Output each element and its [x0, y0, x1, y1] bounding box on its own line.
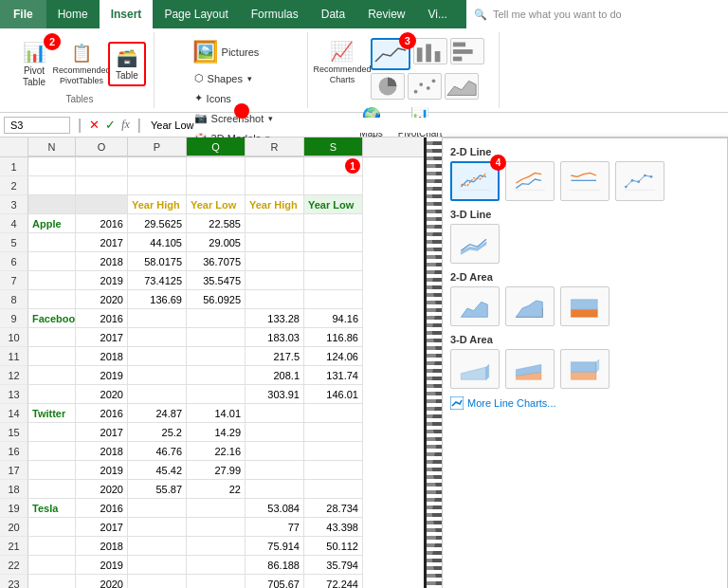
- tab-page-layout[interactable]: Page Layout: [153, 0, 239, 28]
- cell-n12[interactable]: [28, 366, 76, 385]
- pivot-table-button[interactable]: 📊 PivotTable 2: [13, 37, 55, 92]
- cell-n4[interactable]: Apple: [28, 214, 76, 233]
- tab-formulas[interactable]: Formulas: [240, 0, 310, 28]
- cell-o4[interactable]: 2016: [76, 214, 128, 233]
- cell-o17[interactable]: 2019: [76, 461, 128, 480]
- row-num-1[interactable]: 1: [0, 157, 28, 176]
- cell-s8[interactable]: [304, 290, 363, 309]
- cell-n22[interactable]: [28, 556, 76, 575]
- cell-q23[interactable]: [187, 575, 246, 588]
- cell-p15[interactable]: 25.2: [128, 423, 187, 442]
- cell-r13[interactable]: 303.91: [246, 385, 304, 404]
- cell-o2[interactable]: [76, 176, 128, 195]
- cell-o6[interactable]: 2018: [76, 252, 128, 271]
- chart-option-area[interactable]: [450, 286, 500, 326]
- cell-r6[interactable]: [246, 252, 304, 271]
- row-num-14[interactable]: 14: [0, 404, 28, 423]
- cell-p9[interactable]: [128, 309, 187, 328]
- cancel-formula-icon[interactable]: ✕: [89, 118, 100, 132]
- row-num-8[interactable]: 8: [0, 290, 28, 309]
- cell-s20[interactable]: 43.398: [304, 518, 363, 537]
- cell-q15[interactable]: 14.29: [187, 423, 246, 442]
- cell-r22[interactable]: 86.188: [246, 556, 304, 575]
- cell-o15[interactable]: 2017: [76, 423, 128, 442]
- icons-button[interactable]: ✦ Icons: [189, 89, 280, 107]
- row-num-21[interactable]: 21: [0, 537, 28, 556]
- cell-s17[interactable]: [304, 461, 363, 480]
- cell-r17[interactable]: [246, 461, 304, 480]
- cell-o12[interactable]: 2019: [76, 366, 128, 385]
- chart-option-stacked-line[interactable]: [505, 161, 555, 201]
- cell-n6[interactable]: [28, 252, 76, 271]
- tell-me-box[interactable]: 🔍 Tell me what you want to do: [466, 0, 728, 28]
- cell-q18[interactable]: 22: [187, 480, 246, 499]
- row-num-10[interactable]: 10: [0, 328, 28, 347]
- shapes-button[interactable]: ⬡ Shapes ▾: [189, 69, 280, 87]
- row-num-17[interactable]: 17: [0, 461, 28, 480]
- row-num-23[interactable]: 23: [0, 575, 28, 588]
- cell-reference-input[interactable]: [4, 117, 70, 134]
- cell-p18[interactable]: 55.87: [128, 480, 187, 499]
- chart-option-stacked-area-3d[interactable]: [505, 349, 555, 389]
- row-num-20[interactable]: 20: [0, 518, 28, 537]
- cell-p20[interactable]: [128, 518, 187, 537]
- cell-p16[interactable]: 46.76: [128, 442, 187, 461]
- cell-s23[interactable]: 72.244: [304, 575, 363, 588]
- cell-r12[interactable]: 208.1: [246, 366, 304, 385]
- row-num-3[interactable]: 3: [0, 195, 28, 214]
- cell-s9[interactable]: 94.16: [304, 309, 363, 328]
- cell-n21[interactable]: [28, 537, 76, 556]
- row-num-7[interactable]: 7: [0, 271, 28, 290]
- cell-s16[interactable]: [304, 442, 363, 461]
- scatter-chart-button[interactable]: [408, 73, 442, 100]
- cell-s18[interactable]: [304, 480, 363, 499]
- cell-q4[interactable]: 22.585: [187, 214, 246, 233]
- cell-q13[interactable]: [187, 385, 246, 404]
- row-num-22[interactable]: 22: [0, 556, 28, 575]
- row-num-2[interactable]: 2: [0, 176, 28, 195]
- cell-p2[interactable]: [128, 176, 187, 195]
- cell-n1[interactable]: [28, 157, 76, 176]
- cell-s7[interactable]: [304, 271, 363, 290]
- cell-r20[interactable]: 77: [246, 518, 304, 537]
- cell-r3[interactable]: Year High: [246, 195, 304, 214]
- cell-r9[interactable]: 133.28: [246, 309, 304, 328]
- cell-q19[interactable]: [187, 499, 246, 518]
- cell-q8[interactable]: 56.0925: [187, 290, 246, 309]
- tab-data[interactable]: Data: [310, 0, 356, 28]
- cell-o16[interactable]: 2018: [76, 442, 128, 461]
- cell-r11[interactable]: 217.5: [246, 347, 304, 366]
- row-num-19[interactable]: 19: [0, 499, 28, 518]
- more-line-charts-link[interactable]: More Line Charts...: [450, 396, 719, 410]
- chart-option-100pct-area[interactable]: [560, 286, 610, 326]
- row-num-11[interactable]: 11: [0, 347, 28, 366]
- cell-n5[interactable]: [28, 233, 76, 252]
- tab-insert[interactable]: Insert: [100, 0, 154, 28]
- cell-p21[interactable]: [128, 537, 187, 556]
- cell-p1[interactable]: [128, 157, 187, 176]
- cell-r10[interactable]: 183.03: [246, 328, 304, 347]
- cell-r14[interactable]: [246, 404, 304, 423]
- cell-o14[interactable]: 2016: [76, 404, 128, 423]
- col-header-o[interactable]: O: [76, 138, 128, 156]
- cell-s19[interactable]: 28.734: [304, 499, 363, 518]
- cell-p8[interactable]: 136.69: [128, 290, 187, 309]
- cell-o9[interactable]: 2016: [76, 309, 128, 328]
- tab-view[interactable]: Vi...: [417, 0, 459, 28]
- cell-s11[interactable]: 124.06: [304, 347, 363, 366]
- cell-q9[interactable]: [187, 309, 246, 328]
- cell-p12[interactable]: [128, 366, 187, 385]
- col-header-n[interactable]: N: [28, 138, 76, 156]
- cell-q20[interactable]: [187, 518, 246, 537]
- cell-q1[interactable]: [187, 157, 246, 176]
- cell-r15[interactable]: [246, 423, 304, 442]
- cell-r5[interactable]: [246, 233, 304, 252]
- cell-n20[interactable]: [28, 518, 76, 537]
- cell-q11[interactable]: [187, 347, 246, 366]
- cell-q2[interactable]: [187, 176, 246, 195]
- cell-s14[interactable]: [304, 404, 363, 423]
- cell-o10[interactable]: 2017: [76, 328, 128, 347]
- cell-p10[interactable]: [128, 328, 187, 347]
- cell-q10[interactable]: [187, 328, 246, 347]
- tab-home[interactable]: Home: [46, 0, 100, 28]
